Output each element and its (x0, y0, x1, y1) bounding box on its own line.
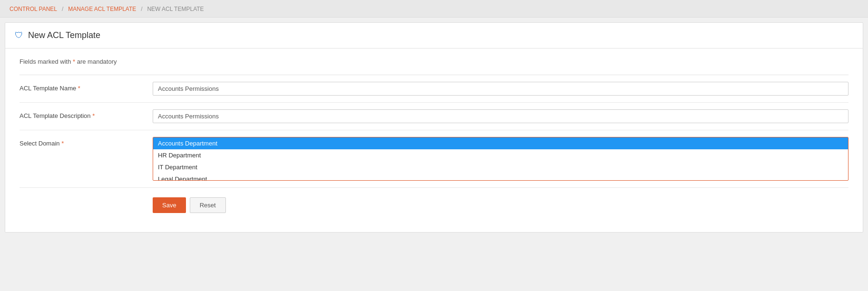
domain-listbox-items[interactable]: Accounts DepartmentHR DepartmentIT Depar… (153, 137, 848, 180)
acl-desc-label: ACL Template Description * (20, 109, 153, 119)
domain-listbox-container: Accounts DepartmentHR DepartmentIT Depar… (153, 137, 848, 181)
main-panel: 🛡 New ACL Template Fields marked with * … (5, 22, 863, 233)
form-area: Fields marked with * are mandatory ACL T… (5, 48, 863, 232)
list-item[interactable]: HR Department (153, 149, 848, 161)
breadcrumb-sep-2: / (141, 6, 142, 12)
button-row: Save Reset (20, 188, 848, 218)
acl-desc-input-area (153, 109, 848, 123)
acl-name-label: ACL Template Name * (20, 82, 153, 92)
page-title: New ACL Template (28, 30, 100, 40)
mandatory-star: * (73, 58, 75, 65)
breadcrumb-link-1[interactable]: CONTROL PANEL (10, 6, 57, 12)
acl-desc-required-star: * (92, 112, 95, 119)
list-item[interactable]: Accounts Department (153, 137, 848, 149)
shield-icon: 🛡 (15, 30, 23, 40)
save-button[interactable]: Save (153, 197, 186, 213)
list-item[interactable]: IT Department (153, 161, 848, 173)
acl-name-input-area (153, 82, 848, 96)
select-domain-input-area: Accounts DepartmentHR DepartmentIT Depar… (153, 137, 848, 181)
select-domain-required-star: * (61, 140, 64, 147)
breadcrumb-sep-1: / (62, 6, 63, 12)
acl-name-input[interactable] (153, 82, 848, 96)
breadcrumb-current: NEW ACL TEMPLATE (147, 6, 204, 12)
select-domain-row: Select Domain * Accounts DepartmentHR De… (20, 130, 848, 188)
acl-desc-input[interactable] (153, 109, 848, 123)
acl-desc-row: ACL Template Description * (20, 103, 848, 130)
select-domain-label: Select Domain * (20, 137, 153, 147)
breadcrumb: CONTROL PANEL / MANAGE ACL TEMPLATE / NE… (0, 0, 868, 18)
page-header: 🛡 New ACL Template (5, 23, 863, 48)
reset-button[interactable]: Reset (190, 197, 226, 213)
acl-name-row: ACL Template Name * (20, 75, 848, 103)
list-item[interactable]: Legal Department (153, 173, 848, 180)
breadcrumb-link-2[interactable]: MANAGE ACL TEMPLATE (68, 6, 136, 12)
mandatory-note: Fields marked with * are mandatory (20, 58, 848, 65)
acl-name-required-star: * (78, 85, 80, 92)
